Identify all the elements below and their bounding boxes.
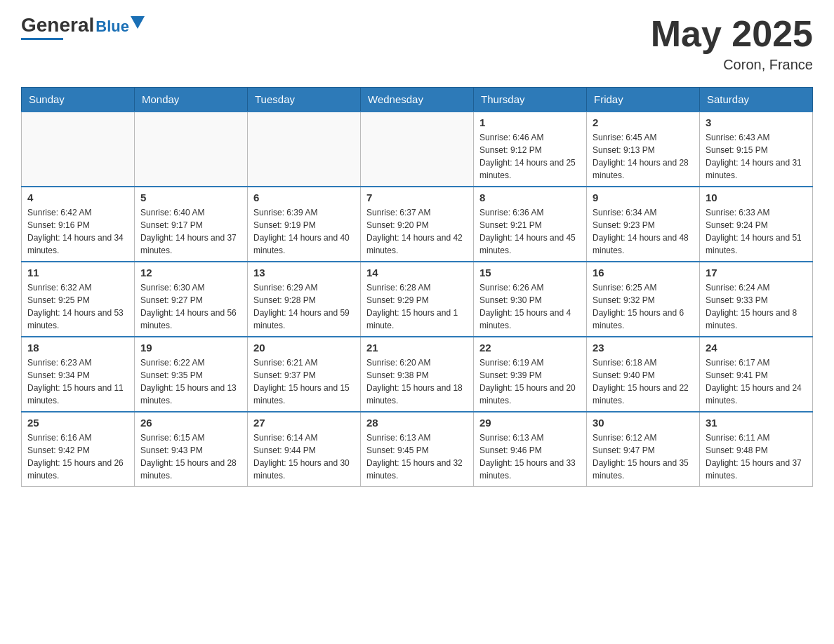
day-number: 25 <box>27 417 128 429</box>
day-info: Sunrise: 6:36 AM Sunset: 9:21 PM Dayligh… <box>479 206 581 257</box>
day-info: Sunrise: 6:16 AM Sunset: 9:42 PM Dayligh… <box>27 431 128 482</box>
calendar-cell: 19Sunrise: 6:22 AM Sunset: 9:35 PM Dayli… <box>135 337 248 412</box>
day-number: 26 <box>140 417 241 429</box>
day-info: Sunrise: 6:37 AM Sunset: 9:20 PM Dayligh… <box>366 206 468 257</box>
day-info: Sunrise: 6:17 AM Sunset: 9:41 PM Dayligh… <box>706 356 807 407</box>
calendar-cell: 22Sunrise: 6:19 AM Sunset: 9:39 PM Dayli… <box>474 337 587 412</box>
day-number: 24 <box>706 342 807 354</box>
day-info: Sunrise: 6:43 AM Sunset: 9:15 PM Dayligh… <box>706 131 807 182</box>
calendar-cell: 13Sunrise: 6:29 AM Sunset: 9:28 PM Dayli… <box>248 262 361 337</box>
day-info: Sunrise: 6:45 AM Sunset: 9:13 PM Dayligh… <box>593 131 694 182</box>
calendar-cell: 10Sunrise: 6:33 AM Sunset: 9:24 PM Dayli… <box>700 187 813 262</box>
day-info: Sunrise: 6:13 AM Sunset: 9:45 PM Dayligh… <box>366 431 468 482</box>
calendar-week-row: 25Sunrise: 6:16 AM Sunset: 9:42 PM Dayli… <box>22 412 813 487</box>
day-number: 9 <box>593 192 694 203</box>
day-info: Sunrise: 6:12 AM Sunset: 9:47 PM Dayligh… <box>593 431 694 482</box>
calendar-cell: 21Sunrise: 6:20 AM Sunset: 9:38 PM Dayli… <box>361 337 474 412</box>
calendar-cell: 12Sunrise: 6:30 AM Sunset: 9:27 PM Dayli… <box>135 262 248 337</box>
day-info: Sunrise: 6:19 AM Sunset: 9:39 PM Dayligh… <box>479 356 581 407</box>
logo-general-text: General <box>21 14 94 36</box>
calendar-title: May 2025 <box>651 14 813 54</box>
calendar-cell: 14Sunrise: 6:28 AM Sunset: 9:29 PM Dayli… <box>361 262 474 337</box>
day-info: Sunrise: 6:26 AM Sunset: 9:30 PM Dayligh… <box>479 281 581 332</box>
day-info: Sunrise: 6:14 AM Sunset: 9:44 PM Dayligh… <box>253 431 355 482</box>
day-number: 7 <box>366 192 468 203</box>
day-info: Sunrise: 6:42 AM Sunset: 9:16 PM Dayligh… <box>27 206 128 257</box>
day-number: 16 <box>593 267 694 279</box>
day-info: Sunrise: 6:13 AM Sunset: 9:46 PM Dayligh… <box>479 431 581 482</box>
day-number: 17 <box>706 267 807 279</box>
day-of-week-header: Wednesday <box>361 88 474 112</box>
calendar-week-row: 4Sunrise: 6:42 AM Sunset: 9:16 PM Daylig… <box>22 187 813 262</box>
day-number: 4 <box>27 192 128 203</box>
logo-triangle-icon <box>131 16 145 29</box>
day-info: Sunrise: 6:15 AM Sunset: 9:43 PM Dayligh… <box>140 431 241 482</box>
page-header: General Blue May 2025 Coron, France <box>21 14 813 73</box>
day-number: 29 <box>479 417 581 429</box>
day-info: Sunrise: 6:32 AM Sunset: 9:25 PM Dayligh… <box>27 281 128 332</box>
calendar-week-row: 18Sunrise: 6:23 AM Sunset: 9:34 PM Dayli… <box>22 337 813 412</box>
calendar-cell: 3Sunrise: 6:43 AM Sunset: 9:15 PM Daylig… <box>700 112 813 187</box>
day-info: Sunrise: 6:11 AM Sunset: 9:48 PM Dayligh… <box>706 431 807 482</box>
calendar-cell: 17Sunrise: 6:24 AM Sunset: 9:33 PM Dayli… <box>700 262 813 337</box>
day-number: 5 <box>140 192 241 203</box>
calendar-cell: 29Sunrise: 6:13 AM Sunset: 9:46 PM Dayli… <box>474 412 587 487</box>
calendar-cell: 5Sunrise: 6:40 AM Sunset: 9:17 PM Daylig… <box>135 187 248 262</box>
day-number: 20 <box>253 342 355 354</box>
calendar-cell: 2Sunrise: 6:45 AM Sunset: 9:13 PM Daylig… <box>587 112 700 187</box>
day-of-week-header: Sunday <box>22 88 135 112</box>
calendar-cell: 9Sunrise: 6:34 AM Sunset: 9:23 PM Daylig… <box>587 187 700 262</box>
day-info: Sunrise: 6:22 AM Sunset: 9:35 PM Dayligh… <box>140 356 241 407</box>
calendar-cell: 18Sunrise: 6:23 AM Sunset: 9:34 PM Dayli… <box>22 337 135 412</box>
title-block: May 2025 Coron, France <box>651 14 813 73</box>
calendar-cell: 15Sunrise: 6:26 AM Sunset: 9:30 PM Dayli… <box>474 262 587 337</box>
calendar-cell: 16Sunrise: 6:25 AM Sunset: 9:32 PM Dayli… <box>587 262 700 337</box>
day-number: 6 <box>253 192 355 203</box>
calendar-cell: 20Sunrise: 6:21 AM Sunset: 9:37 PM Dayli… <box>248 337 361 412</box>
day-number: 12 <box>140 267 241 279</box>
calendar-cell: 8Sunrise: 6:36 AM Sunset: 9:21 PM Daylig… <box>474 187 587 262</box>
day-number: 19 <box>140 342 241 354</box>
day-info: Sunrise: 6:40 AM Sunset: 9:17 PM Dayligh… <box>140 206 241 257</box>
day-info: Sunrise: 6:18 AM Sunset: 9:40 PM Dayligh… <box>593 356 694 407</box>
day-number: 8 <box>479 192 581 203</box>
day-of-week-header: Monday <box>135 88 248 112</box>
day-number: 2 <box>593 116 694 128</box>
day-number: 10 <box>706 192 807 203</box>
day-number: 23 <box>593 342 694 354</box>
day-number: 22 <box>479 342 581 354</box>
calendar-cell: 28Sunrise: 6:13 AM Sunset: 9:45 PM Dayli… <box>361 412 474 487</box>
day-number: 13 <box>253 267 355 279</box>
day-info: Sunrise: 6:24 AM Sunset: 9:33 PM Dayligh… <box>706 281 807 332</box>
calendar-cell: 1Sunrise: 6:46 AM Sunset: 9:12 PM Daylig… <box>474 112 587 187</box>
day-number: 21 <box>366 342 468 354</box>
day-info: Sunrise: 6:30 AM Sunset: 9:27 PM Dayligh… <box>140 281 241 332</box>
day-info: Sunrise: 6:20 AM Sunset: 9:38 PM Dayligh… <box>366 356 468 407</box>
day-number: 14 <box>366 267 468 279</box>
calendar-cell: 6Sunrise: 6:39 AM Sunset: 9:19 PM Daylig… <box>248 187 361 262</box>
calendar-cell: 27Sunrise: 6:14 AM Sunset: 9:44 PM Dayli… <box>248 412 361 487</box>
calendar-cell: 24Sunrise: 6:17 AM Sunset: 9:41 PM Dayli… <box>700 337 813 412</box>
day-number: 28 <box>366 417 468 429</box>
day-info: Sunrise: 6:29 AM Sunset: 9:28 PM Dayligh… <box>253 281 355 332</box>
day-number: 27 <box>253 417 355 429</box>
day-info: Sunrise: 6:39 AM Sunset: 9:19 PM Dayligh… <box>253 206 355 257</box>
day-number: 1 <box>479 116 581 128</box>
day-of-week-header: Saturday <box>700 88 813 112</box>
calendar-header-row: SundayMondayTuesdayWednesdayThursdayFrid… <box>22 88 813 112</box>
calendar-week-row: 1Sunrise: 6:46 AM Sunset: 9:12 PM Daylig… <box>22 112 813 187</box>
day-number: 11 <box>27 267 128 279</box>
calendar-cell: 11Sunrise: 6:32 AM Sunset: 9:25 PM Dayli… <box>22 262 135 337</box>
calendar-cell: 23Sunrise: 6:18 AM Sunset: 9:40 PM Dayli… <box>587 337 700 412</box>
day-info: Sunrise: 6:23 AM Sunset: 9:34 PM Dayligh… <box>27 356 128 407</box>
day-info: Sunrise: 6:33 AM Sunset: 9:24 PM Dayligh… <box>706 206 807 257</box>
calendar-subtitle: Coron, France <box>651 57 813 73</box>
day-number: 30 <box>593 417 694 429</box>
logo-blue-text: Blue <box>95 18 129 36</box>
day-number: 3 <box>706 116 807 128</box>
day-number: 15 <box>479 267 581 279</box>
calendar-cell: 7Sunrise: 6:37 AM Sunset: 9:20 PM Daylig… <box>361 187 474 262</box>
calendar-cell <box>248 112 361 187</box>
day-info: Sunrise: 6:46 AM Sunset: 9:12 PM Dayligh… <box>479 131 581 182</box>
day-of-week-header: Friday <box>587 88 700 112</box>
